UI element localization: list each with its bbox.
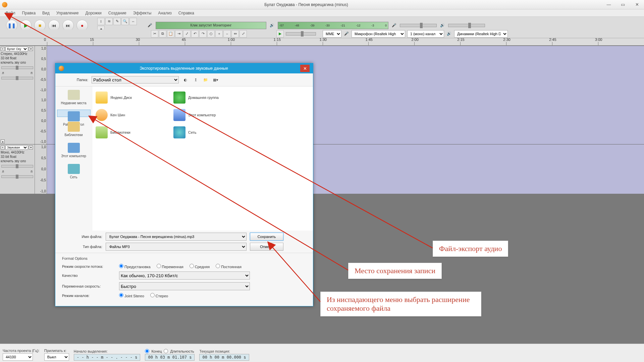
- minimize-button[interactable]: —: [603, 1, 614, 8]
- envelope-tool-icon[interactable]: ≋: [105, 18, 113, 25]
- track-2-menu[interactable]: ▾: [29, 145, 33, 149]
- mode-avg-radio[interactable]: [190, 264, 194, 268]
- menu-control[interactable]: Управление: [53, 11, 82, 15]
- zoom-in-icon[interactable]: ＋: [215, 30, 223, 38]
- view-mode-icon[interactable]: ▦▾: [212, 76, 219, 83]
- menu-effects[interactable]: Эффекты: [130, 11, 155, 15]
- redo-icon[interactable]: ↷: [199, 30, 207, 38]
- track-1-info1: Стерео, 44100Hz: [1, 52, 34, 56]
- silence-icon[interactable]: ⤦: [183, 30, 191, 38]
- dialog-close-button[interactable]: ✕: [300, 65, 310, 72]
- timeshift-tool-icon[interactable]: ↔: [129, 18, 137, 25]
- selection-end-display[interactable]: 00 h 03 m 01.107 s: [145, 354, 195, 361]
- new-folder-icon[interactable]: 📁: [202, 76, 209, 83]
- item-network[interactable]: Сеть: [173, 124, 251, 141]
- track-2-pan-slider[interactable]: [1, 175, 33, 178]
- quality-label: Качество: [62, 274, 116, 278]
- fit-sel-icon[interactable]: ⇔: [231, 30, 239, 38]
- sync-lock-icon[interactable]: ⏲: [207, 30, 215, 38]
- track-1-collapse[interactable]: ▴: [1, 139, 5, 143]
- menu-create[interactable]: Создание: [105, 11, 130, 15]
- format-options-title: Format Options: [62, 256, 306, 260]
- sidebar-this-pc[interactable]: Этот компьютер: [57, 141, 91, 159]
- play-at-speed-button[interactable]: ▶: [276, 30, 284, 38]
- sidebar-libraries[interactable]: Библиотеки: [57, 120, 91, 138]
- fit-proj-icon[interactable]: ⤢: [239, 30, 247, 38]
- app-icon: [2, 2, 7, 7]
- rec-meter-hint: Клик запустит Мониторинг: [156, 22, 266, 29]
- cancel-button[interactable]: Отмена: [250, 243, 283, 251]
- item-user[interactable]: Кен Шин: [96, 107, 173, 123]
- close-button[interactable]: ✕: [631, 1, 643, 8]
- sidebar-recent[interactable]: Недавние места: [57, 88, 91, 106]
- mode-vbr-radio[interactable]: [157, 264, 161, 268]
- mode-preset-radio[interactable]: [119, 264, 123, 268]
- current-position-display[interactable]: 00 h 00 m 00.000 s: [199, 354, 249, 361]
- item-this-pc[interactable]: Этот компьютер: [173, 107, 251, 123]
- item-homegroup[interactable]: Домашняя группа: [173, 89, 251, 106]
- menu-analysis[interactable]: Анализ: [155, 11, 175, 15]
- mode-cbr-radio[interactable]: [216, 264, 220, 268]
- track-1-name-select[interactable]: Булат Оку: [5, 47, 28, 51]
- cut-icon[interactable]: ✂: [151, 30, 158, 38]
- track-2-mute[interactable]: ключить зву оло: [1, 159, 34, 163]
- timeline-ruler[interactable]: 0 15 30 45 1:00 1:15 1:30 1:45 2:00 2:15…: [0, 38, 644, 46]
- sidebar-network[interactable]: Сеть: [57, 163, 91, 180]
- track-2-close[interactable]: ×: [1, 145, 5, 149]
- menu-help[interactable]: Справка: [175, 11, 198, 15]
- menu-edit[interactable]: Правка: [19, 11, 39, 15]
- undo-icon[interactable]: ↶: [191, 30, 199, 38]
- zoom-tool-icon[interactable]: 🔍: [121, 18, 129, 25]
- nav-back-icon[interactable]: ◐: [182, 76, 189, 83]
- menu-file[interactable]: Файл: [2, 11, 19, 15]
- input-volume-slider[interactable]: [400, 24, 437, 27]
- speaker-icon: 🔊: [269, 22, 275, 28]
- channels-select[interactable]: 1 (моно) канал: [407, 30, 444, 38]
- track-1-gain-slider[interactable]: [1, 66, 33, 69]
- item-libraries[interactable]: Библиотеки: [96, 124, 173, 141]
- folder-select[interactable]: Рабочий стол: [92, 76, 179, 83]
- filename-input[interactable]: Булат Окуджава - Песня верещагина (minus…: [106, 233, 247, 241]
- joint-stereo-radio[interactable]: [119, 293, 123, 297]
- track-1-close[interactable]: ×: [1, 47, 5, 51]
- output-device-select[interactable]: Динамики (Realtek High D: [454, 30, 508, 38]
- variable-speed-select[interactable]: Быстро: [119, 282, 250, 290]
- filetype-label: Тип файла:: [62, 245, 102, 249]
- playback-speed-slider[interactable]: [286, 32, 316, 36]
- draw-tool-icon[interactable]: ✎: [113, 18, 121, 25]
- track-2-gain-slider[interactable]: [1, 165, 33, 168]
- menu-view[interactable]: Вид: [39, 11, 53, 15]
- duration-radio[interactable]: [164, 349, 168, 353]
- track-1-pan-slider[interactable]: [1, 77, 33, 79]
- menu-tracks[interactable]: Дорожки: [82, 11, 105, 15]
- end-radio[interactable]: [145, 349, 149, 353]
- paste-icon[interactable]: 📋: [167, 30, 174, 38]
- project-rate-label: Частота проекта (Гц):: [3, 349, 40, 353]
- save-button[interactable]: Сохранить: [250, 233, 283, 241]
- item-yandex-disk[interactable]: Яндекс.Диск: [96, 89, 173, 106]
- track-2-name-select[interactable]: Звуковая: [5, 145, 28, 150]
- sidebar-desktop[interactable]: Рабочий стол: [57, 110, 91, 117]
- play-meter[interactable]: -57-48-39-30-21-12-30: [278, 22, 388, 29]
- current-position-label: Текущая позиция:: [199, 349, 249, 353]
- zoom-out-icon[interactable]: −: [223, 30, 231, 38]
- annotation-export: Файл-экспорт аудио: [433, 241, 508, 257]
- selection-tool-icon[interactable]: I: [97, 18, 105, 25]
- stereo-radio[interactable]: [150, 293, 155, 297]
- track-1-mute[interactable]: ключить зву оло: [1, 61, 34, 64]
- track-1-menu[interactable]: ▾: [29, 47, 33, 51]
- nav-up-icon[interactable]: ↥: [192, 76, 199, 83]
- maximize-button[interactable]: ▭: [617, 1, 629, 8]
- output-volume-slider[interactable]: [448, 24, 485, 27]
- trim-icon[interactable]: ⇥: [175, 30, 182, 38]
- selection-start-display[interactable]: - - h - - m - - . - - - s: [74, 354, 141, 361]
- snap-select[interactable]: Выкл: [44, 353, 69, 361]
- host-select[interactable]: MME: [323, 30, 341, 38]
- filetype-select[interactable]: Файлы MP3: [106, 243, 247, 251]
- copy-icon[interactable]: ⧉: [159, 30, 166, 38]
- input-device-select[interactable]: Микрофон (Realtek High: [352, 30, 405, 38]
- project-rate-select[interactable]: 44100: [3, 353, 33, 361]
- dialog-title: Экспортировать выделенные звуковые данны…: [67, 66, 300, 71]
- quality-select[interactable]: Как обычно, 170-210 Кбит/с: [119, 272, 250, 280]
- rec-meter[interactable]: Клик запустит Мониторинг: [156, 22, 266, 29]
